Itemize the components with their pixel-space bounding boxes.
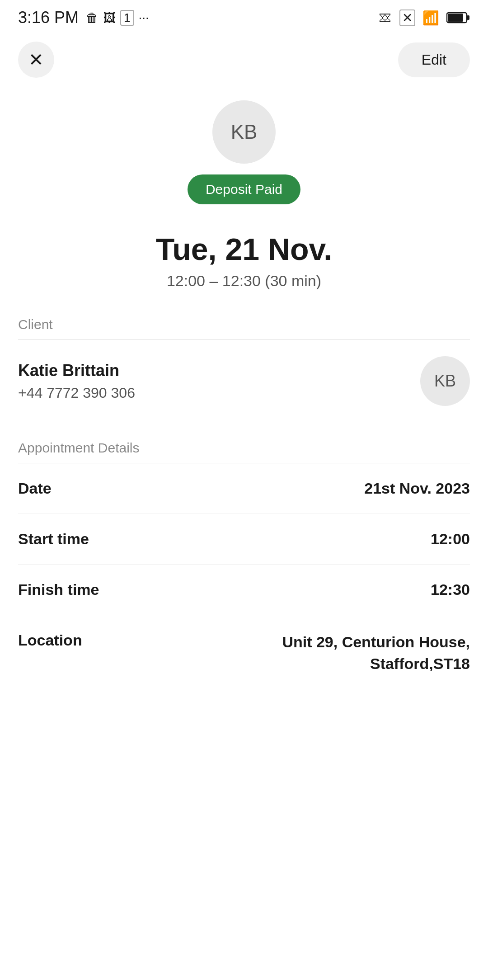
appointment-date: Tue, 21 Nov. xyxy=(18,231,470,267)
client-name: Katie Brittain xyxy=(18,361,135,380)
edit-button[interactable]: Edit xyxy=(398,42,470,77)
status-time: 3:16 PM xyxy=(18,8,79,27)
notification-count-icon: 1 xyxy=(120,10,134,26)
avatar: KB xyxy=(212,100,276,164)
appointment-header: Tue, 21 Nov. 12:00 – 12:30 (30 min) xyxy=(0,213,488,299)
details-rows: Date21st Nov. 2023Start time12:00Finish … xyxy=(0,463,488,691)
appointment-time: 12:00 – 12:30 (30 min) xyxy=(18,272,470,290)
detail-label: Location xyxy=(18,631,82,649)
detail-value: 21st Nov. 2023 xyxy=(364,480,470,497)
detail-row: LocationUnit 29, Centurion House, Staffo… xyxy=(18,615,470,691)
gallery-icon: 🖼 xyxy=(103,10,116,25)
client-info: Katie Brittain +44 7772 390 306 KB xyxy=(0,340,488,422)
detail-value: Unit 29, Centurion House, Stafford,ST18 xyxy=(244,631,470,674)
detail-row: Start time12:00 xyxy=(18,514,470,565)
detail-row: Date21st Nov. 2023 xyxy=(18,463,470,514)
status-icons: 🗑 🖼 1 ··· xyxy=(86,10,149,26)
wifi-icon: 📶 xyxy=(422,10,439,26)
client-section: Client Katie Brittain +44 7772 390 306 K… xyxy=(0,299,488,422)
trash-icon: 🗑 xyxy=(86,10,99,25)
deposit-badge: Deposit Paid xyxy=(188,174,300,204)
status-left: 3:16 PM 🗑 🖼 1 ··· xyxy=(18,8,149,27)
appointment-details-section: Appointment Details Date21st Nov. 2023St… xyxy=(0,422,488,691)
detail-label: Finish time xyxy=(18,581,99,598)
detail-label: Start time xyxy=(18,530,89,548)
top-bar: ✕ Edit xyxy=(0,33,488,87)
client-section-label: Client xyxy=(0,299,488,339)
bluetooth-icon: ⯴ xyxy=(379,10,392,25)
x-box-icon: ✕ xyxy=(399,9,415,26)
svg-rect-1 xyxy=(467,15,469,20)
svg-rect-2 xyxy=(448,14,463,22)
avatar-section: KB Deposit Paid xyxy=(0,87,488,213)
close-icon: ✕ xyxy=(28,49,44,70)
battery-icon xyxy=(446,11,470,24)
status-right: ⯴ ✕ 📶 xyxy=(379,9,470,26)
client-phone: +44 7772 390 306 xyxy=(18,385,135,401)
appointment-details-label: Appointment Details xyxy=(0,422,488,463)
detail-value: 12:30 xyxy=(431,581,470,598)
more-icon: ··· xyxy=(139,10,149,25)
detail-label: Date xyxy=(18,480,52,497)
client-avatar: KB xyxy=(420,356,470,406)
detail-row: Finish time12:30 xyxy=(18,565,470,615)
detail-value: 12:00 xyxy=(431,530,470,548)
client-details: Katie Brittain +44 7772 390 306 xyxy=(18,361,135,401)
status-bar: 3:16 PM 🗑 🖼 1 ··· ⯴ ✕ 📶 xyxy=(0,0,488,33)
close-button[interactable]: ✕ xyxy=(18,42,54,78)
